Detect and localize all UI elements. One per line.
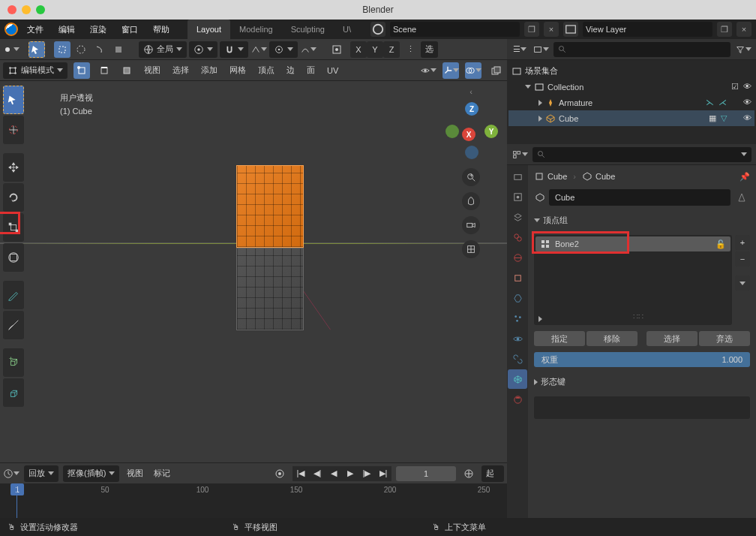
properties-search[interactable]	[532, 147, 752, 162]
mesh-cube[interactable]	[236, 165, 304, 330]
mesh-data-icon[interactable]: ▽	[721, 113, 727, 123]
shape-keys-panel-header[interactable]: 形态键	[534, 373, 750, 390]
hide-toggle-icon[interactable]: 👁	[743, 98, 752, 107]
proportional-edit-dropdown[interactable]	[269, 41, 298, 58]
hide-toggle-icon[interactable]: 👁	[743, 82, 752, 92]
armature-row[interactable]: Armature ⋋ ⋌ 👁	[508, 95, 754, 110]
extrude-tool[interactable]	[3, 378, 24, 407]
add-cube-tool[interactable]: +	[3, 348, 24, 377]
select-box-tool[interactable]	[3, 86, 24, 114]
menu-help[interactable]: 帮助	[147, 22, 176, 38]
weight-slider[interactable]: 权重 1.000	[534, 352, 750, 367]
drag-handle-icon[interactable]: ∷∷	[633, 312, 644, 322]
deselect-button[interactable]: 弃选	[699, 331, 750, 346]
autokey-icon[interactable]	[272, 465, 288, 482]
menu-window[interactable]: 窗口	[116, 22, 144, 38]
z-axis-handle[interactable]: Z	[465, 102, 478, 116]
jump-prev-keyframe-icon[interactable]: ◀|	[309, 466, 326, 481]
current-frame-field[interactable]: 1	[396, 466, 456, 481]
mode-dropdown[interactable]: 编辑模式	[3, 62, 68, 79]
cursor-tool[interactable]	[3, 116, 24, 144]
vertex-groups-icon[interactable]: ▦	[709, 113, 716, 123]
timeline-track[interactable]: 1 50 100 150 200 250	[0, 483, 507, 518]
options-icon[interactable]	[328, 41, 345, 58]
tab-output[interactable]	[508, 187, 527, 206]
tab-world[interactable]	[508, 248, 527, 267]
select-mode-3-icon[interactable]	[92, 41, 108, 58]
tab-modeling[interactable]: Modeling	[230, 20, 282, 39]
select-mode-4-icon[interactable]	[110, 41, 127, 58]
scene-input[interactable]	[393, 25, 517, 34]
rotate-tool[interactable]	[3, 183, 24, 212]
zoom-button[interactable]	[36, 5, 45, 14]
bc-data[interactable]: Cube	[582, 171, 615, 182]
display-mode-icon[interactable]	[532, 41, 549, 58]
select-mode-1-icon[interactable]	[54, 41, 70, 58]
add-menu[interactable]: 添加	[198, 65, 220, 76]
tab-uv[interactable]: U\	[334, 20, 360, 39]
cube-row[interactable]: Cube ▦ ▽ 👁	[508, 110, 754, 126]
viewlayer-input[interactable]	[586, 25, 710, 34]
pose-icon[interactable]: ⋋	[706, 98, 714, 107]
annotate-tool[interactable]	[3, 281, 24, 309]
tl-view-menu[interactable]: 视图	[124, 468, 146, 479]
scene-collection-row[interactable]: 场景集合	[508, 63, 754, 79]
face-select-mode-icon[interactable]	[118, 62, 135, 79]
scene-new-icon[interactable]: ❐	[524, 22, 539, 37]
transform-orientation-dropdown[interactable]: 全局	[139, 41, 187, 58]
jump-end-icon[interactable]: ▶|	[375, 466, 392, 481]
edge-select-mode-icon[interactable]	[96, 62, 112, 79]
neg-z-axis-handle[interactable]	[465, 146, 478, 159]
falloff-icon[interactable]	[300, 41, 316, 58]
z-mirror-toggle[interactable]: Z	[383, 41, 400, 58]
minimize-button[interactable]	[22, 5, 31, 14]
mesh-menu[interactable]: 网格	[226, 65, 249, 76]
menu-render[interactable]: 渲染	[84, 22, 112, 38]
play-icon[interactable]: ▶	[342, 466, 358, 481]
neg-y-axis-handle[interactable]	[446, 125, 459, 138]
expand-icon[interactable]	[538, 316, 542, 322]
uv-menu[interactable]: UV	[324, 66, 341, 75]
outliner-editor-icon[interactable]: ☰	[512, 41, 528, 58]
scene-name-field[interactable]	[390, 22, 520, 37]
vertex-menu[interactable]: 顶点	[255, 65, 278, 76]
remove-button[interactable]: 移除	[586, 331, 638, 346]
exclude-checkbox[interactable]: ☑	[731, 82, 739, 92]
zoom-widget-icon[interactable]: +	[462, 168, 480, 186]
vertex-groups-panel-header[interactable]: 顶点组	[534, 212, 750, 229]
tab-modifiers[interactable]	[508, 288, 527, 308]
tl-marker-menu[interactable]: 标记	[151, 468, 173, 479]
move-tool[interactable]	[3, 153, 24, 182]
filter-icon[interactable]	[735, 41, 752, 58]
menu-file[interactable]: 文件	[21, 22, 50, 38]
disclosure-icon[interactable]	[538, 116, 542, 122]
hide-toggle-icon[interactable]: 👁	[743, 113, 752, 123]
jump-next-keyframe-icon[interactable]: |▶	[358, 466, 375, 481]
transform-tool[interactable]	[3, 243, 24, 272]
bc-object[interactable]: Cube	[534, 171, 567, 182]
scene-delete-icon[interactable]: ×	[544, 22, 559, 37]
tab-particles[interactable]	[508, 309, 527, 328]
playback-dropdown[interactable]: 回放	[24, 465, 58, 482]
tab-layout[interactable]: Layout	[188, 20, 230, 39]
face-menu[interactable]: 面	[304, 65, 318, 76]
close-button[interactable]	[8, 5, 16, 14]
viewlayer-new-icon[interactable]: ❐	[717, 22, 732, 37]
vg-specials-icon[interactable]	[735, 276, 750, 291]
frame-navigation-icon[interactable]	[460, 465, 477, 482]
pan-widget-icon[interactable]	[462, 192, 480, 210]
snap-dropdown[interactable]	[220, 41, 248, 58]
viewlayer-delete-icon[interactable]: ×	[736, 22, 752, 37]
tab-mesh-data[interactable]	[508, 369, 527, 389]
measure-tool[interactable]	[3, 311, 24, 339]
perspective-widget-icon[interactable]	[462, 240, 480, 258]
pin-icon[interactable]: 📌	[740, 172, 750, 182]
vertex-select-mode-icon[interactable]	[74, 62, 90, 79]
viewlayer-browse-icon[interactable]	[563, 22, 578, 37]
mesh-name-field[interactable]: Cube	[549, 189, 730, 206]
pivot-dropdown[interactable]	[189, 41, 218, 58]
tab-sculpting[interactable]: Sculpting	[282, 20, 334, 39]
options-dropdown[interactable]: 选	[421, 41, 438, 58]
select-mode-2-icon[interactable]	[73, 41, 89, 58]
search-input[interactable]	[567, 45, 726, 54]
